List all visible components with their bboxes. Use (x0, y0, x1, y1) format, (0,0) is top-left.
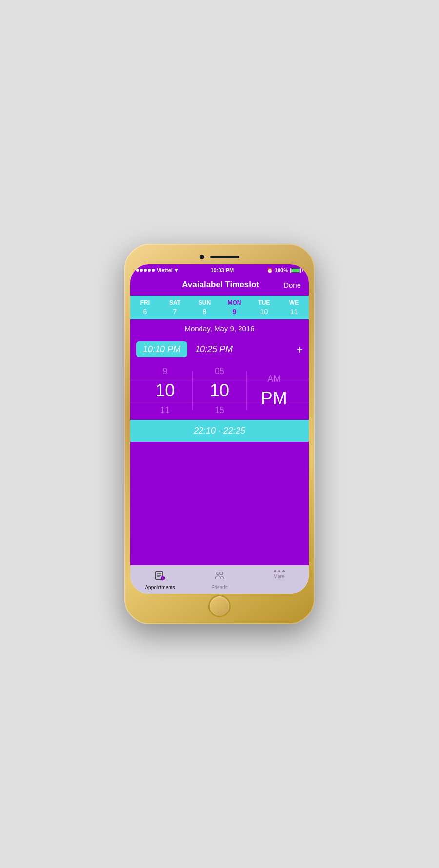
svg-point-6 (217, 572, 220, 575)
tab-more[interactable]: More (249, 568, 309, 592)
picker-minute-prev: 05 (195, 363, 245, 379)
svg-text:⏱: ⏱ (161, 577, 165, 581)
status-right: ⏰ 100% (267, 267, 303, 273)
day-num-wed: 11 (290, 308, 298, 316)
tab-appointments-label: Appointments (145, 585, 175, 590)
picker-minute-next: 15 (195, 402, 245, 418)
tab-more-label: More (274, 574, 285, 579)
wifi-icon: ▾ (175, 267, 178, 274)
day-name-wed: WE (289, 299, 299, 306)
phone-top-bar (130, 250, 309, 264)
app-header: Avaialabel Timeslot Done (130, 276, 309, 296)
day-num-mon: 9 (233, 308, 237, 316)
time-range-display: 22:10 - 22:25 (130, 420, 309, 442)
day-name-fri: FRI (140, 299, 150, 306)
day-name-tue: TUE (259, 299, 270, 306)
main-content (130, 442, 309, 565)
day-num-sun: 8 (203, 308, 207, 316)
day-sat[interactable]: SAT 7 (160, 296, 190, 319)
picker-sep-1 (192, 371, 193, 410)
svg-point-7 (220, 572, 223, 575)
tab-appointments[interactable]: ⏱ Appointments (130, 568, 190, 592)
time-end-display: 10:25 PM (195, 344, 288, 355)
done-button[interactable]: Done (283, 281, 301, 289)
day-num-fri: 6 (143, 308, 147, 316)
battery-percent: 100% (275, 267, 288, 273)
date-label: Monday, May 9, 2016 (130, 319, 309, 337)
battery-icon (290, 268, 303, 273)
status-time: 10:03 PM (210, 267, 234, 273)
day-tue[interactable]: TUE 10 (249, 296, 279, 319)
time-picker[interactable]: 9 10 11 05 10 15 AM PM (130, 361, 309, 420)
day-name-sun: SUN (199, 299, 211, 306)
tab-friends-label: Friends (211, 585, 227, 590)
day-sun[interactable]: SUN 8 (190, 296, 220, 319)
phone-bottom (130, 594, 309, 618)
status-left: Viettel ▾ (136, 267, 178, 274)
signal-dots (136, 269, 155, 272)
status-bar: Viettel ▾ 10:03 PM ⏰ 100% (130, 264, 309, 276)
picker-hour-prev: 9 (140, 363, 190, 379)
friends-icon (214, 570, 225, 583)
day-num-tue: 10 (260, 308, 268, 316)
picker-ampm-col[interactable]: AM PM (249, 371, 299, 410)
camera-dot (200, 255, 204, 259)
picker-hour-next: 11 (140, 402, 190, 418)
home-button[interactable] (208, 595, 231, 617)
speaker-bar (210, 256, 239, 258)
page-title: Avaialabel Timeslot (158, 280, 283, 290)
week-strip: FRI 6 SAT 7 SUN 8 MON 9 TUE 10 WE 11 (130, 296, 309, 319)
day-num-sat: 7 (173, 308, 177, 316)
time-start-pill[interactable]: 10:10 PM (136, 341, 187, 357)
alarm-icon: ⏰ (267, 268, 273, 273)
picker-minute-col[interactable]: 05 10 15 (195, 363, 245, 418)
day-wed[interactable]: WE 11 (279, 296, 309, 319)
add-timeslot-button[interactable]: + (296, 343, 303, 356)
day-name-sat: SAT (169, 299, 180, 306)
phone-frame: Viettel ▾ 10:03 PM ⏰ 100% Avaialabel Tim… (124, 244, 315, 624)
picker-hour-current: 10 (140, 379, 190, 402)
picker-minute-current: 10 (195, 379, 245, 402)
appointments-icon: ⏱ (155, 570, 165, 583)
day-fri[interactable]: FRI 6 (130, 296, 160, 319)
day-mon[interactable]: MON 9 (220, 296, 249, 319)
timeslot-row: 10:10 PM 10:25 PM + (130, 337, 309, 361)
phone-screen: Viettel ▾ 10:03 PM ⏰ 100% Avaialabel Tim… (130, 264, 309, 594)
picker-hour-col[interactable]: 9 10 11 (140, 363, 190, 418)
day-name-mon: MON (228, 299, 241, 306)
more-icon (274, 570, 285, 572)
carrier-label: Viettel (157, 267, 173, 273)
picker-sep-2 (246, 371, 247, 410)
tab-bar: ⏱ Appointments Friends (130, 565, 309, 594)
tab-friends[interactable]: Friends (190, 568, 249, 592)
picker-ampm-prev: AM (249, 371, 299, 387)
picker-ampm-current: PM (249, 387, 299, 410)
